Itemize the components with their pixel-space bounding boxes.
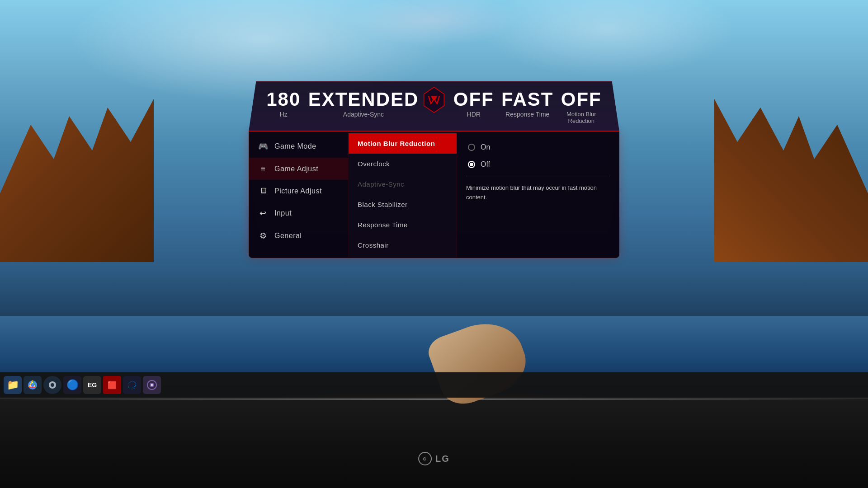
motion-blur-label: Motion Blur Reduction [561, 111, 602, 124]
osd-body: 🎮 Game Mode ≡ Game Adjust 🖥 Picture Adju… [249, 131, 619, 258]
option-on[interactable]: On [466, 139, 610, 156]
lg-gaming-logo [420, 86, 448, 115]
option-description: Minimize motion blur that may occur in f… [466, 182, 610, 204]
hdr-value: OFF [453, 90, 494, 109]
taskbar-icon-obs[interactable] [143, 376, 161, 394]
radio-off [468, 161, 475, 168]
radio-on [468, 144, 475, 151]
adaptive-sync-stat: EXTENDED Adaptive-Sync [308, 90, 419, 118]
submenu-black-stabilizer[interactable]: Black Stabilizer [349, 194, 457, 215]
input-icon: ↩ [258, 208, 268, 218]
taskbar-icon-red-dead[interactable]: 🟥 [103, 376, 121, 394]
taskbar: 📁 🔵 EG 🟥 [0, 372, 868, 398]
submenu-response-time[interactable]: Response Time [349, 215, 457, 235]
response-time-value: FAST [501, 90, 553, 109]
taskbar-icon-browser2[interactable]: 🔵 [63, 376, 81, 394]
menu-item-picture-adjust[interactable]: 🖥 Picture Adjust [249, 180, 348, 202]
submenu-motion-blur[interactable]: Motion Blur Reduction [349, 133, 457, 154]
game-mode-label: Game Mode [274, 142, 316, 150]
taskbar-icon-file-explorer[interactable]: 📁 [4, 376, 22, 394]
hz-stat: 180 Hz [266, 90, 301, 118]
menu-item-general[interactable]: ⚙ General [249, 225, 348, 247]
adaptive-sync-label: Adaptive-Sync [308, 111, 419, 118]
lg-brand-text: LG [435, 454, 450, 464]
lg-logo: ⊙ LG [418, 452, 450, 465]
motion-blur-value: OFF [561, 90, 602, 109]
sub-menu: Motion Blur Reduction Overclock Adaptive… [349, 131, 457, 258]
submenu-overclock[interactable]: Overclock [349, 154, 457, 174]
menu-item-game-mode[interactable]: 🎮 Game Mode [249, 135, 348, 158]
hz-label: Hz [266, 111, 301, 118]
taskbar-icon-edge[interactable] [123, 376, 141, 394]
monitor-bezel: ⊙ LG [0, 398, 868, 488]
main-menu: 🎮 Game Mode ≡ Game Adjust 🖥 Picture Adju… [249, 131, 349, 258]
motion-blur-stat: OFF Motion Blur Reduction [561, 90, 602, 124]
submenu-crosshair[interactable]: Crosshair [349, 235, 457, 255]
picture-adjust-label: Picture Adjust [274, 187, 322, 195]
hdr-stat: OFF HDR [453, 90, 494, 118]
submenu-adaptive-sync: Adaptive-Sync [349, 174, 457, 194]
response-time-stat: FAST Response Time [501, 90, 553, 118]
game-mode-icon: 🎮 [258, 141, 268, 151]
game-adjust-label: Game Adjust [274, 165, 318, 173]
game-adjust-icon: ≡ [258, 164, 268, 174]
picture-adjust-icon: 🖥 [258, 186, 268, 196]
osd-header: 180 Hz EXTENDED Adaptive-Sync OFF HDR FA… [249, 81, 619, 131]
hz-value: 180 [266, 90, 301, 109]
taskbar-icon-chrome[interactable] [24, 376, 42, 394]
option-divider [466, 176, 610, 176]
general-icon: ⚙ [258, 231, 268, 241]
option-off-label: Off [481, 160, 490, 169]
taskbar-icon-steam[interactable] [43, 376, 61, 394]
option-off[interactable]: Off [466, 156, 610, 173]
svg-marker-0 [424, 87, 444, 113]
adaptive-sync-value: EXTENDED [308, 90, 419, 109]
option-on-label: On [481, 143, 490, 151]
menu-item-input[interactable]: ↩ Input [249, 202, 348, 225]
option-panel: On Off Minimize motion blur that may occ… [457, 131, 619, 258]
svg-point-9 [151, 384, 153, 386]
taskbar-icon-epic-games[interactable]: EG [83, 376, 101, 394]
response-time-label: Response Time [501, 111, 553, 118]
general-label: General [274, 232, 302, 240]
svg-point-6 [51, 383, 54, 387]
lg-circle-icon: ⊙ [418, 452, 432, 465]
osd-menu: 180 Hz EXTENDED Adaptive-Sync OFF HDR FA… [249, 81, 619, 258]
hdr-label: HDR [453, 111, 494, 118]
input-label: Input [274, 209, 292, 217]
menu-item-game-adjust[interactable]: ≡ Game Adjust [249, 158, 348, 180]
